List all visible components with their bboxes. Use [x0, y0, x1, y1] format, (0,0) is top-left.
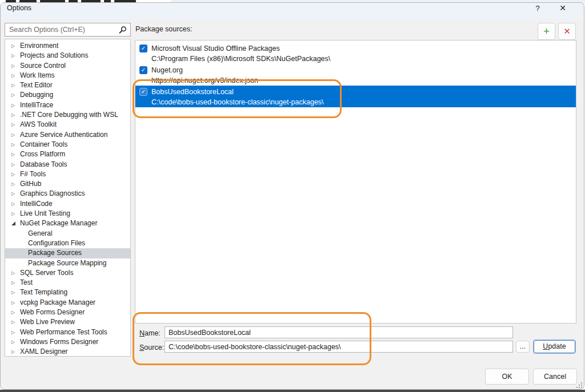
tree-item-label: GitHub [20, 180, 41, 188]
collapsed-triangle-icon[interactable]: ▷ [11, 317, 18, 327]
tree-item-azure-service-authentication[interactable]: ▷Azure Service Authentication [5, 130, 130, 140]
ok-button[interactable]: OK [485, 369, 529, 385]
search-icon[interactable] [118, 26, 127, 34]
tree-item-label: Windows Forms Designer [20, 338, 98, 346]
collapsed-triangle-icon[interactable]: ▷ [11, 268, 18, 278]
options-tree: ▷Environment▷Projects and Solutions▷Sour… [5, 39, 131, 357]
tree-item-label: Test [20, 278, 33, 286]
package-source-row[interactable]: ✓ Microsoft Visual Studio Offline Packag… [135, 42, 576, 64]
collapsed-triangle-icon[interactable]: ▷ [11, 179, 18, 189]
update-button[interactable]: Update [533, 340, 576, 354]
tree-item-package-sources[interactable]: Package Sources [5, 248, 130, 258]
tree-item-general[interactable]: General [5, 229, 130, 239]
search-input[interactable] [5, 23, 130, 36]
tree-item-text-templating[interactable]: ▷Text Templating [5, 288, 130, 297]
tree-item-live-unit-testing[interactable]: ▷Live Unit Testing [5, 209, 130, 219]
collapsed-triangle-icon[interactable]: ▷ [11, 61, 18, 71]
tree-item-windows-forms-designer[interactable]: ▷Windows Forms Designer [5, 337, 130, 347]
help-button[interactable]: ? [528, 2, 547, 15]
collapsed-triangle-icon[interactable]: ▷ [11, 169, 18, 179]
collapsed-triangle-icon[interactable]: ▷ [11, 189, 18, 199]
tree-item-database-tools[interactable]: ▷Database Tools [5, 160, 130, 169]
tree-item-environment[interactable]: ▷Environment [5, 41, 130, 51]
collapsed-triangle-icon[interactable]: ▷ [11, 41, 18, 51]
collapsed-triangle-icon[interactable]: ▷ [11, 278, 18, 288]
tree-item-label: AWS Toolkit [20, 120, 57, 128]
search-options-box [5, 23, 131, 37]
collapsed-triangle-icon[interactable]: ▷ [11, 80, 18, 90]
tree-item-text-editor[interactable]: ▷Text Editor [5, 80, 130, 90]
collapsed-triangle-icon[interactable]: ▷ [11, 130, 18, 140]
tree-item-f-tools[interactable]: ▷F# Tools [5, 169, 130, 179]
tree-item-vcpkg-package-manager[interactable]: ▷vcpkg Package Manager [5, 298, 130, 308]
tree-item-label: NuGet Package Manager [20, 219, 97, 227]
tree-item-label: Cross Platform [20, 150, 65, 158]
tree-item-projects-and-solutions[interactable]: ▷Projects and Solutions [5, 51, 130, 60]
collapsed-triangle-icon[interactable]: ▷ [11, 199, 18, 209]
tree-item-xaml-designer[interactable]: ▷XAML Designer [5, 347, 130, 357]
expanded-triangle-icon[interactable]: ◢ [11, 219, 18, 228]
collapsed-triangle-icon[interactable]: ▷ [11, 288, 18, 297]
source-input[interactable] [165, 341, 513, 353]
dialog-title: Options [7, 4, 31, 12]
add-source-button[interactable]: + [538, 23, 555, 40]
tree-item-label: SQL Server Tools [20, 269, 73, 277]
cancel-button[interactable]: Cancel [533, 369, 577, 385]
tree-item-sql-server-tools[interactable]: ▷SQL Server Tools [5, 268, 130, 278]
collapsed-triangle-icon[interactable]: ▷ [11, 90, 18, 100]
tree-item-label: IntelliTrace [20, 101, 53, 109]
options-dialog-screenshot: Options ? ✕ ▷Environment▷Projects and So… [0, 0, 585, 392]
collapsed-triangle-icon[interactable]: ▷ [11, 120, 18, 130]
collapsed-triangle-icon[interactable]: ▷ [11, 298, 18, 308]
package-source-row[interactable]: ✓ Nuget.org https://api.nuget.org/v3/ind… [135, 64, 576, 86]
tree-item-test[interactable]: ▷Test [5, 278, 130, 288]
collapsed-triangle-icon[interactable]: ▷ [11, 100, 18, 110]
collapsed-triangle-icon[interactable]: ▷ [11, 160, 18, 169]
tree-item-intellitrace[interactable]: ▷IntelliTrace [5, 100, 130, 110]
source-checkbox[interactable]: ✓ [139, 45, 147, 52]
collapsed-triangle-icon[interactable]: ▷ [11, 347, 18, 357]
resize-grip[interactable] [575, 381, 583, 389]
tree-item-web-performance-test-tools[interactable]: ▷Web Performance Test Tools [5, 328, 130, 337]
tree-item-net-core-debugging-with-wsl[interactable]: ▷.NET Core Debugging with WSL [5, 110, 130, 120]
tree-item-aws-toolkit[interactable]: ▷AWS Toolkit [5, 120, 130, 130]
browse-button[interactable]: ... [516, 341, 530, 353]
collapsed-triangle-icon[interactable]: ▷ [11, 337, 18, 347]
remove-source-button[interactable]: ✕ [558, 23, 576, 40]
source-checkbox[interactable]: ✓ [139, 88, 147, 96]
tree-item-web-forms-designer[interactable]: ▷Web Forms Designer [5, 308, 130, 317]
tree-item-label: F# Tools [20, 170, 46, 178]
collapsed-triangle-icon[interactable]: ▷ [11, 140, 18, 149]
tree-item-web-live-preview[interactable]: ▷Web Live Preview [5, 317, 130, 327]
tree-item-github[interactable]: ▷GitHub [5, 179, 130, 189]
tree-item-label: XAML Designer [20, 347, 68, 355]
tree-item-package-source-mapping[interactable]: Package Source Mapping [5, 258, 130, 268]
tree-item-work-items[interactable]: ▷Work Items [5, 71, 130, 80]
tree-item-label: Web Forms Designer [20, 308, 85, 316]
tree-item-debugging[interactable]: ▷Debugging [5, 90, 130, 100]
tree-item-label: Web Live Preview [20, 318, 75, 326]
tree-item-source-control[interactable]: ▷Source Control [5, 61, 130, 71]
package-source-row-selected[interactable]: ✓ BobsUsedBookstoreLocal C:\code\bobs-us… [135, 86, 576, 107]
collapsed-triangle-icon[interactable]: ▷ [11, 51, 18, 60]
tree-item-nuget-package-manager[interactable]: ◢NuGet Package Manager [5, 219, 130, 228]
collapsed-triangle-icon[interactable]: ▷ [11, 149, 18, 159]
collapsed-triangle-icon[interactable]: ▷ [11, 209, 18, 219]
tree-item-graphics-diagnostics[interactable]: ▷Graphics Diagnostics [5, 189, 130, 199]
collapsed-triangle-icon[interactable]: ▷ [11, 308, 18, 317]
tree-item-cross-platform[interactable]: ▷Cross Platform [5, 149, 130, 159]
close-button[interactable]: ✕ [553, 2, 572, 15]
collapsed-triangle-icon[interactable]: ▷ [11, 71, 18, 80]
dialog-titlebar[interactable] [1, 3, 584, 19]
tree-item-label: vcpkg Package Manager [20, 298, 95, 306]
tree-item-label: Container Tools [20, 140, 67, 148]
tree-item-configuration-files[interactable]: Configuration Files [5, 239, 130, 248]
collapsed-triangle-icon[interactable]: ▷ [11, 328, 18, 337]
source-checkbox[interactable]: ✓ [139, 66, 147, 74]
tree-item-container-tools[interactable]: ▷Container Tools [5, 140, 130, 149]
tree-item-intellicode[interactable]: ▷IntelliCode [5, 199, 130, 209]
tree-item-label: Work Items [20, 71, 54, 79]
tree-item-label: Projects and Solutions [20, 51, 88, 59]
name-input[interactable] [165, 326, 513, 338]
collapsed-triangle-icon[interactable]: ▷ [11, 110, 18, 120]
